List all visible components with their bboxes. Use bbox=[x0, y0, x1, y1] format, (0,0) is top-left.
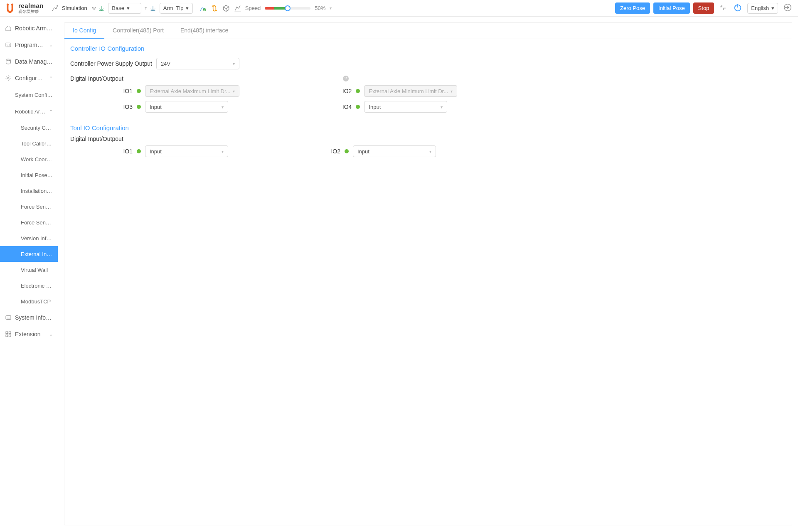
chevron-down-icon: ▾ bbox=[233, 62, 235, 66]
tab-io-config[interactable]: Io Config bbox=[64, 23, 104, 39]
controller-io-grid: IO1 External Axle Maximum Limit Dr... ▾ … bbox=[64, 85, 792, 118]
chevron-up-icon: ⌃ bbox=[49, 109, 53, 114]
cube-icon[interactable] bbox=[222, 4, 230, 12]
panel: Io Config Controller(485) Port End(485) … bbox=[64, 22, 792, 525]
tool-io1-select[interactable]: Input ▾ bbox=[145, 145, 228, 157]
io4-select[interactable]: Input ▾ bbox=[364, 101, 447, 113]
content-area: Io Config Controller(485) Port End(485) … bbox=[58, 17, 798, 532]
topbar: realman 睿尔曼智能 Simulation W Base ▾ T Arm_… bbox=[0, 0, 798, 17]
tip-select[interactable]: Arm_Tip ▾ bbox=[160, 3, 193, 14]
sidebar-item-security-conf[interactable]: Security Conf... bbox=[0, 120, 58, 135]
io2-label: IO2 bbox=[289, 88, 352, 94]
io-row: IO2 External Axle Minimum Limit Dr... ▾ bbox=[289, 85, 457, 97]
speed-slider[interactable] bbox=[265, 7, 310, 10]
io-row: IO4 Input ▾ bbox=[289, 101, 457, 113]
power-supply-row: Controller Power Supply Output 24V ▾ bbox=[64, 56, 792, 75]
io-row: IO1 Input ▾ bbox=[70, 145, 228, 157]
t-sup: T bbox=[145, 6, 147, 10]
chevron-down-icon: ⌄ bbox=[49, 332, 53, 337]
sidebar-item-data-management[interactable]: Data Management bbox=[0, 53, 58, 70]
svg-point-8 bbox=[6, 59, 11, 61]
sidebar-item-installation[interactable]: Installation S... bbox=[0, 183, 58, 199]
sidebar-item-virtual-wall[interactable]: Virtual Wall bbox=[0, 262, 58, 278]
speed-label: Speed bbox=[245, 5, 261, 11]
svg-point-9 bbox=[7, 77, 9, 79]
w-sup: W bbox=[92, 6, 96, 10]
chevron-down-icon: ▾ bbox=[451, 89, 453, 94]
sidebar-item-work-coordi[interactable]: Work Coordi... bbox=[0, 151, 58, 167]
zero-pose-button[interactable]: Zero Pose bbox=[615, 2, 650, 14]
chevron-down-icon: ▾ bbox=[127, 5, 138, 11]
tip-icon bbox=[150, 5, 156, 12]
io-row: IO2 Input ▾ bbox=[278, 145, 436, 157]
chevron-down-icon: ▾ bbox=[222, 149, 224, 154]
sidebar-item-modbustcp[interactable]: ModbusTCP bbox=[0, 293, 58, 309]
tool-io-title: Tool IO Configuration bbox=[64, 118, 792, 135]
drag-teach-icon[interactable] bbox=[234, 4, 242, 12]
controller-io-title: Controller IO Configuration bbox=[64, 39, 792, 56]
chevron-down-icon: ▾ bbox=[441, 105, 443, 109]
base-icon bbox=[98, 5, 105, 12]
tool-icon-1[interactable] bbox=[199, 4, 207, 12]
sidebar-item-force-sensor-1[interactable]: Force Sensor... bbox=[0, 199, 58, 214]
svg-rect-14 bbox=[9, 335, 11, 337]
chevron-down-icon: ▾ bbox=[771, 5, 774, 11]
stop-button[interactable]: Stop bbox=[693, 2, 714, 14]
collapse-icon[interactable] bbox=[717, 4, 728, 12]
help-icon[interactable]: ? bbox=[343, 76, 349, 81]
chevron-down-icon: ▾ bbox=[222, 105, 224, 109]
svg-rect-11 bbox=[6, 332, 8, 334]
sidebar-item-initial-pose[interactable]: Initial Pose S... bbox=[0, 167, 58, 183]
gear-icon bbox=[5, 75, 12, 81]
speed-value[interactable]: 50% ▾ bbox=[315, 5, 332, 11]
power-icon[interactable] bbox=[732, 3, 744, 13]
tabs: Io Config Controller(485) Port End(485) … bbox=[64, 23, 792, 39]
sidebar-item-robotic-arm-config[interactable]: Robotic Arm Config... ⌃ bbox=[0, 103, 58, 120]
sidebar-item-extension[interactable]: Extension ⌄ bbox=[0, 326, 58, 342]
speed-control: Speed 50% ▾ bbox=[245, 5, 332, 11]
tool-icon-2[interactable] bbox=[210, 4, 219, 12]
status-dot bbox=[356, 105, 360, 109]
code-icon bbox=[5, 42, 12, 48]
sidebar-item-programming[interactable]: Programming ⌄ bbox=[0, 37, 58, 53]
status-dot bbox=[345, 149, 349, 153]
robot-mode-icon bbox=[51, 5, 59, 12]
tool-digital-io-header: Digital Input/Outpout bbox=[64, 135, 792, 145]
io3-select[interactable]: Input ▾ bbox=[145, 101, 228, 113]
chevron-down-icon: ⌄ bbox=[49, 42, 53, 48]
io4-label: IO4 bbox=[289, 103, 352, 110]
sidebar-item-tool-calibration[interactable]: Tool Calibration bbox=[0, 135, 58, 151]
sidebar-item-system-info[interactable]: System Informat... bbox=[0, 309, 58, 326]
power-supply-select[interactable]: 24V ▾ bbox=[156, 58, 239, 69]
sidebar-item-robotic-arm-teach[interactable]: Robotic Arm Tea... bbox=[0, 20, 58, 37]
sidebar-item-force-sensor-2[interactable]: Force Sensor... bbox=[0, 214, 58, 230]
sidebar-item-electronic-fence[interactable]: Electronic Fe... bbox=[0, 278, 58, 293]
tool-io2-label: IO2 bbox=[278, 148, 340, 155]
tool-io2-select[interactable]: Input ▾ bbox=[353, 145, 436, 157]
tab-end-485[interactable]: End(485) interface bbox=[172, 23, 236, 39]
controller-digital-io-header: Digital Input/Outpout ? bbox=[64, 75, 792, 85]
status-dot bbox=[137, 105, 141, 109]
grid-icon bbox=[5, 331, 12, 337]
io-row: IO3 Input ▾ bbox=[70, 101, 239, 113]
tool-io-grid: IO1 Input ▾ IO2 Input ▾ bbox=[64, 145, 792, 163]
svg-point-2 bbox=[9, 10, 11, 13]
base-select[interactable]: Base ▾ bbox=[108, 3, 141, 14]
svg-rect-12 bbox=[9, 332, 11, 334]
io-row: IO1 External Axle Maximum Limit Dr... ▾ bbox=[70, 85, 239, 97]
io1-label: IO1 bbox=[70, 88, 133, 94]
sidebar-item-version-info[interactable]: Version Infor... bbox=[0, 230, 58, 246]
sidebar-item-system-configuration[interactable]: System Configuration bbox=[0, 86, 58, 103]
io2-select: External Axle Minimum Limit Dr... ▾ bbox=[364, 85, 457, 97]
language-select[interactable]: English ▾ bbox=[747, 3, 778, 14]
initial-pose-button[interactable]: Initial Pose bbox=[653, 2, 690, 14]
sidebar: Robotic Arm Tea... Programming ⌄ Data Ma… bbox=[0, 17, 58, 532]
status-dot bbox=[137, 89, 141, 93]
tab-controller-485[interactable]: Controller(485) Port bbox=[104, 23, 172, 39]
chevron-up-icon: ⌃ bbox=[49, 76, 53, 81]
sidebar-item-external-inter[interactable]: External Inter... bbox=[0, 246, 58, 262]
logo: realman 睿尔曼智能 bbox=[4, 2, 44, 14]
io3-label: IO3 bbox=[70, 103, 133, 110]
logout-icon[interactable] bbox=[781, 3, 794, 13]
sidebar-item-configuration[interactable]: Configuration ⌃ bbox=[0, 70, 58, 86]
